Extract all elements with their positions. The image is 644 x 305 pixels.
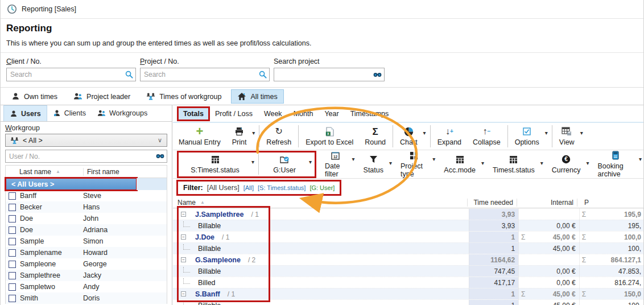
tab-totals[interactable]: Totals xyxy=(178,108,209,120)
tab-project-leader[interactable]: Project leader xyxy=(67,89,137,104)
tree-collapse-icon[interactable]: − xyxy=(181,212,186,217)
user-row[interactable]: DoeAdriana xyxy=(6,224,167,236)
dropdown-caret-icon[interactable]: ▾ xyxy=(251,159,254,165)
price-column-header[interactable]: P xyxy=(577,199,644,207)
sum-timest-status-button[interactable]: S:Timest.status ▾ xyxy=(179,152,257,177)
sidebar-tab-workgroups[interactable]: Workgroups xyxy=(92,105,153,121)
table-row-group[interactable]: −J.Doe/ 1 1 Σ45,00 € Σ100,0 xyxy=(173,231,644,242)
user-row[interactable]: DoeJohn xyxy=(6,213,167,224)
filter-part-all[interactable]: [All] xyxy=(243,184,254,191)
options-button[interactable]: Options ▾ xyxy=(509,123,551,150)
filter-part-group[interactable]: [G: User] xyxy=(309,184,335,191)
user-row[interactable]: BanffSteve xyxy=(6,190,167,201)
table-row[interactable]: Billable 3,93 0,00 € 195, xyxy=(173,220,644,231)
group-user-button[interactable]: G:User ▾ xyxy=(260,152,315,177)
view-button[interactable]: View ▾ xyxy=(554,123,586,150)
user-checkbox[interactable] xyxy=(9,238,16,245)
tab-timestamps[interactable]: Timestamps xyxy=(345,108,394,120)
table-row-group[interactable]: −J.Samplethree/ 1 3,93 Σ195,9 xyxy=(173,208,644,220)
main-toolbar: + Manual Entry Print ▾ ↻ Refresh x Expor… xyxy=(173,122,644,150)
last-name-column-header[interactable]: Last name xyxy=(19,168,51,176)
dropdown-caret-icon[interactable]: ▾ xyxy=(309,159,312,165)
tab-profit-loss[interactable]: Profit / Loss xyxy=(210,108,258,120)
user-row[interactable]: SampleSimon xyxy=(6,236,167,247)
dropdown-caret-icon[interactable]: ▾ xyxy=(545,130,548,136)
tab-all-times[interactable]: All times xyxy=(231,89,283,104)
dropdown-caret-icon[interactable]: ▾ xyxy=(252,130,255,136)
client-search-input[interactable] xyxy=(6,68,136,81)
tab-month[interactable]: Month xyxy=(288,108,319,120)
acc-mode-button[interactable]: Acc.mode ▾ xyxy=(438,153,487,175)
user-checkbox[interactable] xyxy=(9,272,16,279)
workgroup-select[interactable]: < All > ∨ xyxy=(5,134,167,147)
search-project-input[interactable] xyxy=(274,68,385,81)
internal-column-header[interactable]: Internal xyxy=(517,199,577,207)
filter-part-all-users[interactable]: [All Users] xyxy=(207,184,240,192)
tree-collapse-icon[interactable]: − xyxy=(181,291,186,296)
time-needed-column-header[interactable]: Time needed xyxy=(467,199,517,207)
table-row-group[interactable]: −G.Sampleone/ 2 1164,62 Σ864.127,1 xyxy=(173,254,644,265)
booking-archive-button[interactable]: Booking archive ▾ xyxy=(592,149,644,179)
table-row[interactable]: Billed 417,17 0,00 € 816.274, xyxy=(173,277,644,288)
user-search-input[interactable] xyxy=(5,150,167,163)
dropdown-caret-icon[interactable]: ▾ xyxy=(540,160,543,166)
print-button[interactable]: Print ▾ xyxy=(226,123,258,150)
chevron-down-icon: ∨ xyxy=(158,137,162,144)
user-row[interactable]: BeckerHans xyxy=(6,201,167,213)
archive-icon xyxy=(612,150,619,160)
user-row[interactable]: SamplenameHoward xyxy=(6,247,167,258)
refresh-button[interactable]: ↻ Refresh xyxy=(261,123,297,150)
filter-part-sum[interactable]: [S: Timest.status] xyxy=(258,184,306,191)
dropdown-caret-icon[interactable]: ▾ xyxy=(580,130,583,136)
dropdown-caret-icon[interactable]: ▾ xyxy=(639,156,642,162)
tree-collapse-icon[interactable]: − xyxy=(181,257,186,262)
sidebar-tab-clients[interactable]: Clients xyxy=(47,105,92,121)
user-checkbox[interactable] xyxy=(9,215,16,222)
table-row-group[interactable]: −S.Banff/ 1 1 Σ45,00 € Σ150,0 xyxy=(173,288,644,299)
user-checkbox[interactable] xyxy=(9,226,16,234)
user-checkbox[interactable] xyxy=(9,249,16,257)
user-row[interactable]: SmithDoris xyxy=(6,292,167,304)
project-type-button[interactable]: Project type ▾ xyxy=(395,149,438,179)
dropdown-caret-icon[interactable]: ▾ xyxy=(432,156,435,162)
first-name-column-header[interactable]: First name xyxy=(83,168,133,176)
dropdown-caret-icon[interactable]: ▾ xyxy=(389,160,392,166)
dropdown-caret-icon[interactable]: ▾ xyxy=(352,156,355,162)
all-users-row[interactable]: < All Users > xyxy=(6,178,167,190)
dropdown-caret-icon[interactable]: ▾ xyxy=(423,130,426,136)
status-button[interactable]: Status ▾ xyxy=(358,153,395,175)
collapse-button[interactable]: ↑− Collapse xyxy=(467,123,506,150)
user-checkbox[interactable] xyxy=(9,204,16,211)
export-to-excel-button[interactable]: x Export to Excel xyxy=(300,123,359,150)
tab-year[interactable]: Year xyxy=(319,108,344,120)
expand-button[interactable]: ↓+ Expand xyxy=(432,123,467,150)
table-row[interactable]: Billable 1 45,00 € 100, xyxy=(173,299,644,305)
sidebar-tab-users[interactable]: Users xyxy=(3,105,47,121)
round-button[interactable]: Σ Round xyxy=(359,123,391,150)
project-search-input[interactable] xyxy=(140,68,270,81)
user-checkbox[interactable] xyxy=(9,192,16,200)
view-icon xyxy=(562,126,572,137)
dropdown-caret-icon[interactable]: ▾ xyxy=(481,160,484,166)
user-checkbox[interactable] xyxy=(9,295,16,302)
user-row[interactable]: SamplethreeJacky xyxy=(6,270,167,281)
currency-button[interactable]: € Currency ▾ xyxy=(546,153,592,175)
user-checkbox[interactable] xyxy=(9,283,16,291)
table-row[interactable]: Billable 1 45,00 € 100, xyxy=(173,242,644,254)
tab-week[interactable]: Week xyxy=(259,108,287,120)
name-column-header[interactable]: Name xyxy=(177,199,196,207)
tree-collapse-icon[interactable]: − xyxy=(181,234,186,240)
sidebar-tabs: Users Clients Workgroups xyxy=(1,105,172,122)
user-checkbox[interactable] xyxy=(9,261,16,268)
timest-status-button[interactable]: Timest.status ▾ xyxy=(487,153,546,175)
tab-times-of-workgroup[interactable]: Times of workgroup xyxy=(140,89,228,104)
table-row[interactable]: Billable 747,45 0,00 € 47.853, xyxy=(173,265,644,277)
dropdown-caret-icon[interactable]: ▾ xyxy=(587,160,589,166)
manual-entry-button[interactable]: + Manual Entry xyxy=(173,123,226,150)
tree-connector xyxy=(183,267,190,273)
user-row[interactable]: SampletwoAndy xyxy=(6,281,167,292)
chart-button[interactable]: Chart ▾ xyxy=(394,123,429,150)
date-filter-button[interactable]: 12 Date filter ▾ xyxy=(319,149,358,179)
tab-own-times[interactable]: Own times xyxy=(5,89,64,104)
user-row[interactable]: SampleoneGeorge xyxy=(6,258,167,270)
